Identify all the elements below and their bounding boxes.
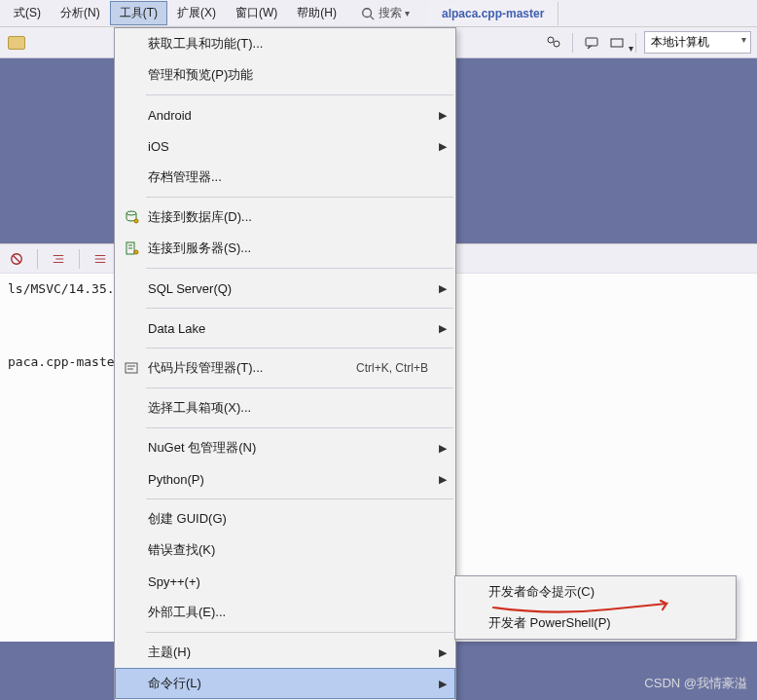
- submenu-arrow-icon: ▶: [436, 442, 450, 455]
- menu-item-label: iOS: [144, 139, 436, 154]
- target-label: 本地计算机: [651, 35, 709, 49]
- tools-menu-item[interactable]: 存档管理器...: [115, 162, 455, 193]
- submenu-arrow-icon: ▶: [436, 282, 450, 295]
- menu-help[interactable]: 帮助(H): [287, 1, 346, 25]
- submenu-item-label: 开发者 PowerShell(P): [485, 614, 730, 632]
- indent-icon[interactable]: [48, 248, 69, 270]
- tools-menu-item[interactable]: Data Lake▶: [115, 313, 455, 344]
- submenu-arrow-icon: ▶: [436, 678, 450, 690]
- menu-item-label: 命令行(L): [144, 675, 436, 692]
- submenu-item[interactable]: 开发者 PowerShell(P): [455, 608, 736, 639]
- snippet-icon: [119, 356, 144, 380]
- menu-separator: [146, 94, 453, 95]
- tools-menu-item[interactable]: 命令行(L)▶: [115, 668, 455, 699]
- menu-extensions[interactable]: 扩展(X): [167, 1, 226, 25]
- document-tabs: alpaca.cpp-master: [428, 2, 559, 25]
- blank-icon: [119, 467, 144, 491]
- chevron-down-icon: ▾: [405, 8, 410, 18]
- search-box[interactable]: 搜索 ▾: [352, 1, 418, 25]
- window-icon[interactable]: ▾: [606, 32, 628, 54]
- tools-menu-item[interactable]: 代码片段管理器(T)...Ctrl+K, Ctrl+B: [115, 352, 455, 384]
- tools-menu-item[interactable]: 管理和预览(P)功能: [115, 59, 455, 91]
- db-icon: [119, 205, 144, 229]
- menu-separator: [146, 632, 453, 633]
- tools-menu-item[interactable]: 主题(H)▶: [115, 637, 455, 668]
- tools-menu-item[interactable]: Python(P)▶: [115, 463, 455, 495]
- menu-separator: [146, 197, 453, 198]
- blank-icon: [119, 570, 144, 593]
- user-icon[interactable]: [543, 32, 564, 54]
- tools-menu-item[interactable]: 获取工具和功能(T)...: [115, 28, 455, 59]
- feedback-icon[interactable]: [581, 32, 602, 54]
- tools-menu-item[interactable]: 连接到数据库(D)...: [115, 202, 455, 233]
- menu-item-label: Data Lake: [144, 321, 436, 336]
- blank-icon: [119, 32, 144, 55]
- list-icon[interactable]: [90, 248, 111, 270]
- menu-item-label: 错误查找(K): [144, 541, 436, 559]
- svg-point-19: [134, 250, 138, 254]
- search-icon: [361, 7, 375, 20]
- blank-icon: [119, 436, 144, 460]
- menu-item-label: SQL Server(Q): [144, 281, 436, 296]
- submenu-arrow-icon: ▶: [436, 140, 450, 153]
- tools-menu-item[interactable]: 连接到服务器(S)...: [115, 233, 455, 264]
- menu-window[interactable]: 窗口(W): [226, 1, 287, 25]
- menu-item-label: 管理和预览(P)功能: [144, 66, 436, 84]
- tools-menu-item[interactable]: Spy++(+): [115, 566, 455, 597]
- menu-tools[interactable]: 工具(T): [110, 1, 167, 25]
- blank-icon: [119, 538, 144, 562]
- svg-rect-20: [126, 363, 137, 373]
- menu-item-label: NuGet 包管理器(N): [144, 439, 436, 457]
- blank-icon: [119, 672, 144, 695]
- blank-icon: [119, 316, 144, 340]
- blank-icon: [119, 507, 144, 531]
- menu-separator: [146, 498, 453, 499]
- submenu-item[interactable]: 开发者命令提示(C): [455, 576, 736, 608]
- tools-menu-item[interactable]: 错误查找(K): [115, 534, 455, 566]
- tools-menu-item[interactable]: 创建 GUID(G): [115, 503, 455, 534]
- server-icon: [119, 237, 144, 260]
- blank-icon: [119, 63, 144, 87]
- blank-icon: [119, 396, 144, 420]
- tools-menu-item[interactable]: 选择工具箱项(X)...: [115, 392, 455, 424]
- menu-separator: [146, 427, 453, 428]
- watermark: CSDN @我情豪溢: [644, 675, 747, 692]
- stop-icon[interactable]: [6, 248, 27, 270]
- blank-icon: [119, 166, 144, 189]
- tools-menu-item[interactable]: SQL Server(Q)▶: [115, 273, 455, 304]
- menu-separator: [146, 387, 453, 388]
- menu-format[interactable]: 式(S): [4, 1, 51, 25]
- menu-item-label: 连接到服务器(S)...: [144, 239, 436, 257]
- submenu-arrow-icon: ▶: [436, 473, 450, 486]
- tools-menu-item[interactable]: Android▶: [115, 99, 455, 130]
- menu-item-shortcut: Ctrl+K, Ctrl+B: [356, 361, 436, 375]
- menu-item-label: 外部工具(E)...: [144, 604, 436, 621]
- blank-icon: [459, 611, 485, 635]
- menu-item-label: 存档管理器...: [144, 168, 436, 186]
- submenu-arrow-icon: ▶: [436, 109, 450, 122]
- menu-separator: [146, 308, 453, 309]
- blank-icon: [459, 580, 485, 604]
- blank-icon: [119, 641, 144, 664]
- menu-bar: 式(S) 分析(N) 工具(T) 扩展(X) 窗口(W) 帮助(H) 搜索 ▾ …: [0, 0, 757, 27]
- tools-menu-item[interactable]: NuGet 包管理器(N)▶: [115, 432, 455, 463]
- svg-point-0: [363, 8, 372, 17]
- menu-item-label: 获取工具和功能(T)...: [144, 35, 436, 53]
- tools-dropdown: 获取工具和功能(T)...管理和预览(P)功能Android▶iOS▶存档管理器…: [114, 27, 456, 700]
- commandline-submenu: 开发者命令提示(C)开发者 PowerShell(P): [454, 575, 737, 640]
- menu-item-label: Spy++(+): [144, 574, 436, 589]
- target-dropdown[interactable]: 本地计算机: [644, 31, 751, 54]
- menu-item-label: 连接到数据库(D)...: [144, 208, 436, 226]
- menu-item-label: 选择工具箱项(X)...: [144, 399, 436, 417]
- menu-item-label: 代码片段管理器(T)...: [144, 359, 356, 377]
- svg-rect-5: [611, 39, 623, 47]
- tab-alpaca[interactable]: alpaca.cpp-master: [428, 2, 559, 25]
- blank-icon: [119, 134, 144, 158]
- open-folder-icon[interactable]: [6, 32, 27, 54]
- svg-rect-4: [586, 38, 597, 46]
- tools-menu-item[interactable]: 外部工具(E)...: [115, 597, 455, 628]
- tools-menu-item[interactable]: iOS▶: [115, 130, 455, 162]
- menu-separator: [146, 348, 453, 349]
- menu-item-label: Python(P): [144, 472, 436, 487]
- menu-analyze[interactable]: 分析(N): [51, 1, 110, 25]
